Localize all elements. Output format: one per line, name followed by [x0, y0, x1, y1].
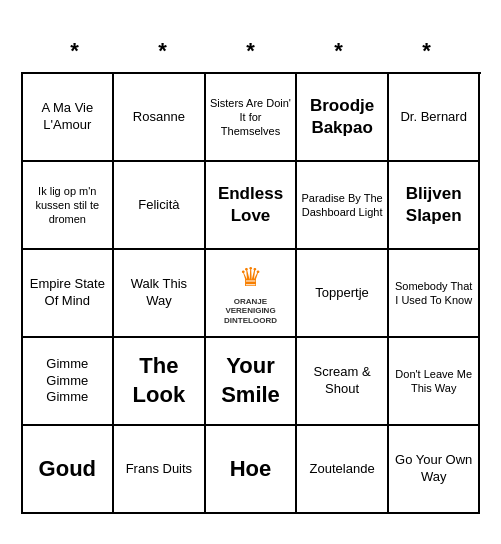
cell-4-5[interactable]: Don't Leave Me This Way	[389, 338, 481, 426]
cell-text: Don't Leave Me This Way	[393, 367, 475, 396]
cell-1-5[interactable]: Dr. Bernard	[389, 74, 481, 162]
star-1: *	[70, 38, 79, 64]
cell-text: Toppertje	[315, 285, 368, 302]
cell-text: Scream & Shout	[301, 364, 383, 398]
cell-text: Endless Love	[210, 183, 292, 227]
cell-text: Dr. Bernard	[400, 109, 466, 126]
cell-1-4[interactable]: Broodje Bakpao	[297, 74, 389, 162]
crown-icon: ♛	[239, 261, 262, 295]
cell-text: Goud	[39, 455, 96, 484]
cell-2-1[interactable]: Ik lig op m'n kussen stil te dromen	[23, 162, 115, 250]
star-4: *	[334, 38, 343, 64]
cell-5-2[interactable]: Frans Duits	[114, 426, 206, 514]
cell-text: Paradise By The Dashboard Light	[301, 191, 383, 220]
star-3: *	[246, 38, 255, 64]
cell-3-3-logo[interactable]: ♛ ORANJE VERENIGINGDINTELOORD	[206, 250, 298, 338]
cell-text: Hoe	[230, 455, 272, 484]
bingo-card: * * * * * A Ma Vie L'Amour Rosanne Siste…	[11, 20, 491, 524]
cell-4-3[interactable]: Your Smile	[206, 338, 298, 426]
cell-4-4[interactable]: Scream & Shout	[297, 338, 389, 426]
cell-1-2[interactable]: Rosanne	[114, 74, 206, 162]
cell-2-2[interactable]: Felicità	[114, 162, 206, 250]
cell-3-1[interactable]: Empire State Of Mind	[23, 250, 115, 338]
cell-text: Felicità	[138, 197, 179, 214]
cell-text: Blijven Slapen	[393, 183, 475, 227]
cell-3-4[interactable]: Toppertje	[297, 250, 389, 338]
star-5: *	[422, 38, 431, 64]
cell-3-5[interactable]: Somebody That I Used To Know	[389, 250, 481, 338]
cell-text: Sisters Are Doin' It for Themselves	[210, 96, 292, 139]
cell-text: Gimme Gimme Gimme	[27, 356, 109, 407]
cell-text: The Look	[118, 352, 200, 409]
cell-text: Rosanne	[133, 109, 185, 126]
cell-1-1[interactable]: A Ma Vie L'Amour	[23, 74, 115, 162]
cell-4-2[interactable]: The Look	[114, 338, 206, 426]
cell-2-5[interactable]: Blijven Slapen	[389, 162, 481, 250]
cell-text: Empire State Of Mind	[27, 276, 109, 310]
oranje-label: ORANJE VERENIGINGDINTELOORD	[210, 297, 292, 326]
cell-text: Zoutelande	[310, 461, 375, 478]
cell-1-3[interactable]: Sisters Are Doin' It for Themselves	[206, 74, 298, 162]
cell-text: Somebody That I Used To Know	[393, 279, 475, 308]
cell-5-4[interactable]: Zoutelande	[297, 426, 389, 514]
cell-text: Walk This Way	[118, 276, 200, 310]
bingo-grid: A Ma Vie L'Amour Rosanne Sisters Are Doi…	[21, 72, 481, 514]
cell-text: Ik lig op m'n kussen stil te dromen	[27, 184, 109, 227]
cell-text: A Ma Vie L'Amour	[27, 100, 109, 134]
oranje-logo: ♛ ORANJE VERENIGINGDINTELOORD	[210, 261, 292, 326]
cell-3-2[interactable]: Walk This Way	[114, 250, 206, 338]
cell-text: Go Your Own Way	[393, 452, 475, 486]
cell-text: Broodje Bakpao	[301, 95, 383, 139]
cell-text: Your Smile	[210, 352, 292, 409]
cell-2-4[interactable]: Paradise By The Dashboard Light	[297, 162, 389, 250]
stars-row: * * * * *	[21, 30, 481, 72]
star-2: *	[158, 38, 167, 64]
cell-2-3[interactable]: Endless Love	[206, 162, 298, 250]
cell-5-5[interactable]: Go Your Own Way	[389, 426, 481, 514]
cell-4-1[interactable]: Gimme Gimme Gimme	[23, 338, 115, 426]
cell-5-3[interactable]: Hoe	[206, 426, 298, 514]
cell-5-1[interactable]: Goud	[23, 426, 115, 514]
cell-text: Frans Duits	[126, 461, 192, 478]
